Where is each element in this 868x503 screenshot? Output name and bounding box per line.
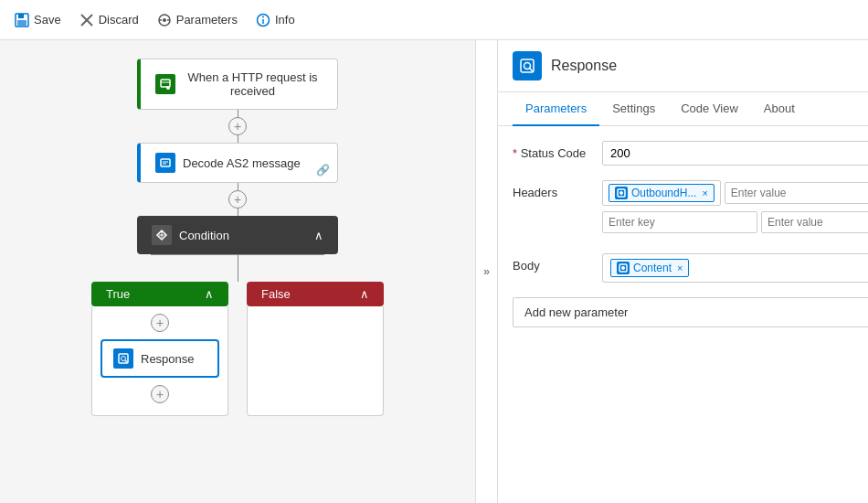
- headers-label: Headers: [513, 180, 595, 199]
- true-branch: True ∧ +: [91, 282, 228, 416]
- status-code-label: * Status Code: [513, 141, 595, 160]
- header-row-1: OutboundH... × ×: [602, 180, 868, 206]
- false-branch: False ∧: [247, 282, 384, 416]
- svg-rect-12: [161, 80, 170, 87]
- svg-point-31: [621, 266, 625, 270]
- parameters-label: Parameters: [176, 13, 238, 27]
- required-marker: *: [513, 146, 517, 160]
- content-chip: Content ×: [610, 259, 689, 277]
- branch-lines: [64, 254, 411, 282]
- response-node[interactable]: Response: [101, 339, 219, 378]
- false-branch-header[interactable]: False ∧: [247, 282, 384, 306]
- true-branch-header[interactable]: True ∧: [91, 282, 228, 306]
- status-code-input[interactable]: [602, 141, 868, 166]
- body-row: Body Content ×: [513, 253, 868, 283]
- false-branch-body: [247, 306, 384, 416]
- svg-rect-2: [17, 20, 26, 26]
- condition-node[interactable]: Condition ∧: [137, 216, 338, 254]
- info-button[interactable]: Info: [256, 13, 295, 27]
- save-button[interactable]: Save: [15, 13, 61, 27]
- add-step-2[interactable]: +: [228, 190, 247, 209]
- http-node[interactable]: When a HTTP request is received: [137, 59, 338, 110]
- svg-rect-15: [161, 159, 170, 166]
- header-key-input-2[interactable]: [602, 211, 757, 233]
- svg-rect-1: [18, 14, 24, 18]
- parameters-button[interactable]: Parameters: [157, 13, 238, 27]
- connector-2: +: [228, 183, 247, 216]
- true-branch-body: + Response: [91, 306, 228, 416]
- main-area: When a HTTP request is received + Decode…: [0, 40, 868, 503]
- http-node-label: When a HTTP request is received: [183, 70, 323, 98]
- discard-button[interactable]: Discard: [79, 13, 139, 27]
- connector-line-2b: [238, 209, 238, 216]
- info-label: Info: [275, 13, 295, 27]
- add-parameter-row[interactable]: Add new parameter ∨: [513, 297, 868, 327]
- true-branch-chevron: ∧: [205, 287, 214, 301]
- svg-point-27: [619, 191, 623, 195]
- svg-point-24: [524, 63, 531, 70]
- connector-line-1: [238, 110, 238, 117]
- condition-chevron-icon[interactable]: ∧: [314, 229, 323, 242]
- chip-remove-icon[interactable]: ×: [702, 187, 707, 198]
- svg-line-22: [125, 360, 127, 362]
- headers-row: Headers OutboundH... ×: [513, 180, 868, 239]
- response-node-icon: [113, 348, 133, 369]
- svg-point-14: [166, 86, 170, 90]
- branch-area: True ∧ +: [0, 254, 475, 416]
- outbound-chip: OutboundH... ×: [609, 184, 715, 202]
- header-value-input-2[interactable]: [761, 211, 868, 233]
- decode-node[interactable]: Decode AS2 message 🔗: [137, 143, 338, 183]
- add-parameter-label: Add new parameter: [524, 305, 628, 319]
- add-after-response[interactable]: +: [151, 385, 169, 403]
- decode-node-icon: [155, 153, 175, 173]
- save-icon: [15, 13, 29, 27]
- content-chip-label: Content: [633, 262, 672, 274]
- save-label: Save: [34, 13, 61, 27]
- outbound-chip-label: OutboundH...: [631, 187, 696, 199]
- connector-1: +: [228, 110, 247, 143]
- header-value-input-1[interactable]: [725, 182, 868, 204]
- canvas: When a HTTP request is received + Decode…: [0, 40, 475, 503]
- svg-point-11: [262, 16, 264, 17]
- decode-node-label: Decode AS2 message: [183, 156, 301, 170]
- status-code-row: * Status Code: [513, 141, 868, 166]
- false-branch-chevron: ∧: [360, 287, 369, 301]
- panel-tabs: Parameters Settings Code View About: [498, 92, 868, 126]
- link-icon: 🔗: [316, 164, 330, 177]
- tab-code-view[interactable]: Code View: [668, 92, 751, 126]
- discard-icon: [79, 13, 94, 27]
- body-input-area[interactable]: Content ×: [602, 253, 868, 283]
- body-field: Content ×: [602, 253, 868, 283]
- content-chip-remove[interactable]: ×: [677, 262, 683, 273]
- collapse-arrow: »: [483, 265, 490, 278]
- add-step-1[interactable]: +: [228, 117, 247, 135]
- svg-point-21: [122, 357, 126, 361]
- tab-about[interactable]: About: [751, 92, 808, 126]
- collapse-strip[interactable]: »: [475, 40, 497, 503]
- tab-settings[interactable]: Settings: [599, 92, 668, 126]
- add-true-step[interactable]: +: [151, 314, 169, 332]
- condition-node-label: Condition: [179, 229, 229, 242]
- headers-container: OutboundH... × ×: [602, 180, 868, 239]
- parameters-icon: [157, 13, 172, 27]
- discard-label: Discard: [99, 13, 139, 27]
- panel-wrapper: » Response Parameters Settings Code: [475, 40, 868, 503]
- svg-point-6: [163, 18, 166, 22]
- response-node-label: Response: [141, 352, 195, 366]
- true-branch-label: True: [106, 287, 130, 301]
- body-label: Body: [513, 253, 595, 273]
- header-row-2: [602, 211, 868, 233]
- panel-header: Response: [498, 40, 868, 92]
- response-panel: Response Parameters Settings Code View A…: [497, 40, 868, 503]
- condition-icon: [152, 225, 172, 245]
- http-node-icon: [155, 74, 175, 94]
- false-branch-label: False: [261, 287, 291, 301]
- svg-line-25: [530, 69, 534, 72]
- content-chip-icon: [617, 262, 630, 274]
- panel-content: * Status Code Headers: [498, 126, 868, 503]
- chip-icon: [615, 187, 628, 199]
- flow-container: When a HTTP request is received + Decode…: [0, 59, 475, 416]
- condition-node-left: Condition: [152, 225, 229, 245]
- toolbar: Save Discard Parameters: [0, 0, 868, 40]
- tab-parameters[interactable]: Parameters: [513, 92, 599, 126]
